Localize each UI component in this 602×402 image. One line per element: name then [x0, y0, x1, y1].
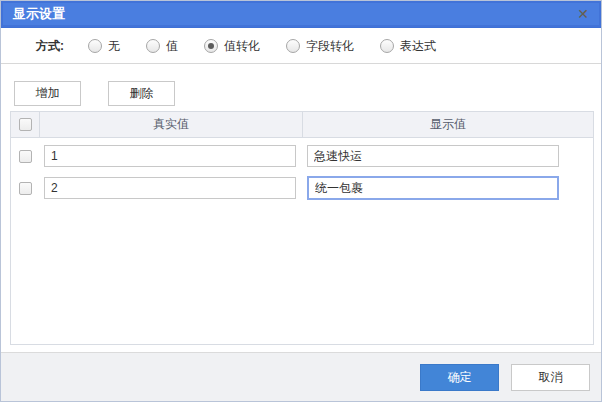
radio-icon: [204, 39, 218, 53]
ok-button[interactable]: 确定: [420, 364, 499, 391]
column-header-real-value: 真实值: [40, 112, 303, 137]
radio-option-field-conversion[interactable]: 字段转化: [286, 38, 354, 55]
dialog-footer: 确定 取消: [1, 352, 601, 401]
radio-option-value-conversion[interactable]: 值转化: [204, 38, 260, 55]
header-checkbox-cell: [11, 112, 40, 137]
select-all-checkbox[interactable]: [19, 118, 32, 131]
radio-option-label: 字段转化: [306, 38, 354, 55]
radio-option-label: 表达式: [400, 38, 436, 55]
row-checkbox-cell: [11, 150, 40, 163]
real-value-cell: [40, 145, 303, 167]
mode-radio-row: 方式: 无 值 值转化 字段转化 表达式: [1, 29, 601, 63]
radio-option-label: 值转化: [224, 38, 260, 55]
radio-icon: [146, 39, 160, 53]
dialog-titlebar: 显示设置 ✕: [1, 1, 601, 28]
real-value-input[interactable]: [44, 177, 296, 199]
add-button[interactable]: 增加: [14, 81, 81, 106]
radio-option-none[interactable]: 无: [88, 38, 120, 55]
display-value-cell: [303, 176, 593, 200]
display-value-input[interactable]: [307, 145, 559, 167]
row-checkbox[interactable]: [19, 150, 32, 163]
table-row: [11, 174, 593, 202]
real-value-cell: [40, 177, 303, 199]
display-value-input[interactable]: [307, 176, 559, 200]
mode-label: 方式:: [36, 38, 64, 55]
radio-icon: [380, 39, 394, 53]
row-checkbox[interactable]: [19, 182, 32, 195]
radio-option-expression[interactable]: 表达式: [380, 38, 436, 55]
table-row: [11, 142, 593, 170]
cancel-button[interactable]: 取消: [511, 364, 590, 391]
table-toolbar: 增加 删除: [14, 81, 175, 106]
table-header-row: 真实值 显示值: [11, 112, 593, 138]
row-checkbox-cell: [11, 182, 40, 195]
divider: [1, 63, 601, 64]
display-settings-dialog: 显示设置 ✕ 方式: 无 值 值转化 字段转化 表达式 增加 删除: [0, 0, 602, 402]
value-mapping-table: 真实值 显示值: [10, 111, 594, 345]
radio-option-label: 值: [166, 38, 178, 55]
real-value-input[interactable]: [44, 145, 296, 167]
display-value-cell: [303, 145, 593, 167]
radio-icon: [88, 39, 102, 53]
dialog-title: 显示设置: [13, 5, 65, 23]
delete-button[interactable]: 删除: [108, 81, 175, 106]
radio-option-value[interactable]: 值: [146, 38, 178, 55]
close-icon[interactable]: ✕: [577, 5, 589, 23]
column-header-display-value: 显示值: [303, 112, 593, 137]
radio-option-label: 无: [108, 38, 120, 55]
radio-icon: [286, 39, 300, 53]
